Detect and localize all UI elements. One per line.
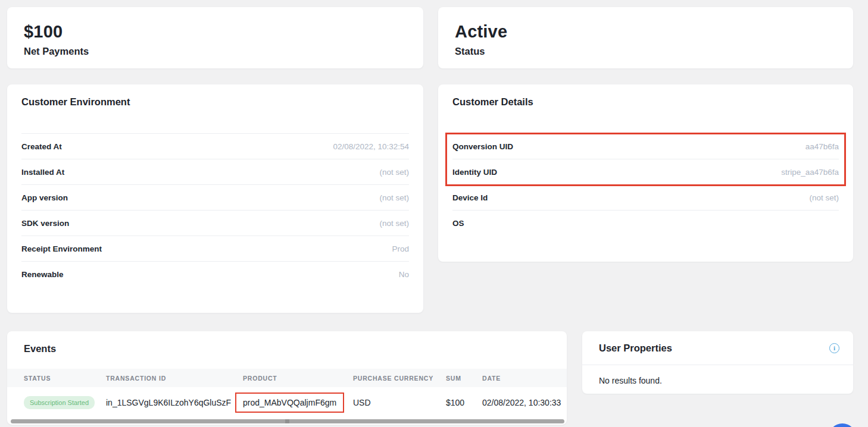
event-date-cell: 02/08/2022, 10:30:33 xyxy=(482,387,561,418)
row-label: Device Id xyxy=(452,193,488,202)
product-highlight-annotation: prod_MAbVQQaljmF6gm xyxy=(235,393,344,413)
net-payments-card: $100 Net Payments xyxy=(7,7,423,68)
row-label: Receipt Environment xyxy=(21,244,102,253)
event-status-cell: Subscription Started xyxy=(24,387,95,418)
row-label: Qonversion UID xyxy=(452,142,513,151)
events-card: Events Status Transaction Id Product Pur… xyxy=(7,331,567,425)
net-payments-label: Net Payments xyxy=(24,46,407,57)
customer-details-rows: Qonversion UID aa47b6fa Identity UID str… xyxy=(452,133,839,236)
customer-details-card: Customer Details Qonversion UID aa47b6fa… xyxy=(438,84,853,262)
row-value: (not set) xyxy=(379,168,409,177)
customer-environment-rows: Created At 02/08/2022, 10:32:54 Installe… xyxy=(21,133,409,287)
row-identity-uid: Identity UID stripe_aa47b6fa xyxy=(452,159,839,184)
row-value: (not set) xyxy=(809,193,839,202)
subscription-started-badge: Subscription Started xyxy=(24,396,95,409)
column-header-sum: Sum xyxy=(446,369,461,387)
status-value: Active xyxy=(455,22,836,42)
row-os: OS xyxy=(452,210,839,236)
customer-environment-card: Customer Environment Created At 02/08/20… xyxy=(7,84,423,313)
row-app-version: App version (not set) xyxy=(21,184,409,210)
row-label: OS xyxy=(452,219,464,228)
row-created-at: Created At 02/08/2022, 10:32:54 xyxy=(21,133,409,159)
row-label: Identity UID xyxy=(452,168,497,177)
column-header-product: Product xyxy=(243,369,277,387)
column-header-status: Status xyxy=(24,369,51,387)
row-value: stripe_aa47b6fa xyxy=(781,168,839,177)
event-sum-cell: $100 xyxy=(446,387,464,418)
user-properties-empty-message: No results found. xyxy=(582,365,853,396)
chat-widget-button[interactable] xyxy=(829,423,856,427)
info-icon[interactable]: i xyxy=(829,343,839,353)
events-title: Events xyxy=(7,331,567,354)
row-sdk-version: SDK version (not set) xyxy=(21,210,409,236)
user-properties-card: User Properties i No results found. xyxy=(582,331,853,394)
column-header-transaction-id: Transaction Id xyxy=(106,369,166,387)
row-value: Prod xyxy=(392,244,409,253)
status-label: Status xyxy=(455,46,836,57)
row-value: (not set) xyxy=(379,193,409,202)
row-value: No xyxy=(399,270,409,279)
row-value: 02/08/2022, 10:32:54 xyxy=(333,142,409,151)
row-value: aa47b6fa xyxy=(805,142,839,151)
row-label: App version xyxy=(21,193,68,202)
user-properties-title: User Properties xyxy=(599,343,672,354)
user-properties-header: User Properties i xyxy=(582,331,853,365)
row-label: SDK version xyxy=(21,219,69,228)
event-transaction-id-cell: in_1LSGVgL9K6ILzohY6qGluSzF xyxy=(106,387,231,418)
customer-environment-title: Customer Environment xyxy=(21,84,409,108)
event-table-row: Subscription Started in_1LSGVgL9K6ILzohY… xyxy=(7,387,567,418)
customer-details-title: Customer Details xyxy=(452,84,839,108)
scrollbar-notch xyxy=(285,419,289,423)
net-payments-value: $100 xyxy=(24,22,407,42)
row-label: Installed At xyxy=(21,168,64,177)
row-qonversion-uid: Qonversion UID aa47b6fa xyxy=(452,133,839,159)
row-installed-at: Installed At (not set) xyxy=(21,159,409,184)
row-value: (not set) xyxy=(379,219,409,228)
row-label: Renewable xyxy=(21,270,64,279)
events-table-header: Status Transaction Id Product Purchase C… xyxy=(7,369,567,387)
column-header-purchase-currency: Purchase Currency xyxy=(353,369,433,387)
status-card: Active Status xyxy=(438,7,853,68)
event-currency-cell: USD xyxy=(353,387,371,418)
horizontal-scrollbar[interactable] xyxy=(11,419,564,423)
column-header-date: Date xyxy=(482,369,501,387)
event-product-cell: prod_MAbVQQaljmF6gm xyxy=(235,387,344,418)
row-renewable: Renewable No xyxy=(21,261,409,287)
row-label: Created At xyxy=(21,142,62,151)
row-receipt-environment: Receipt Environment Prod xyxy=(21,236,409,261)
row-device-id: Device Id (not set) xyxy=(452,184,839,210)
